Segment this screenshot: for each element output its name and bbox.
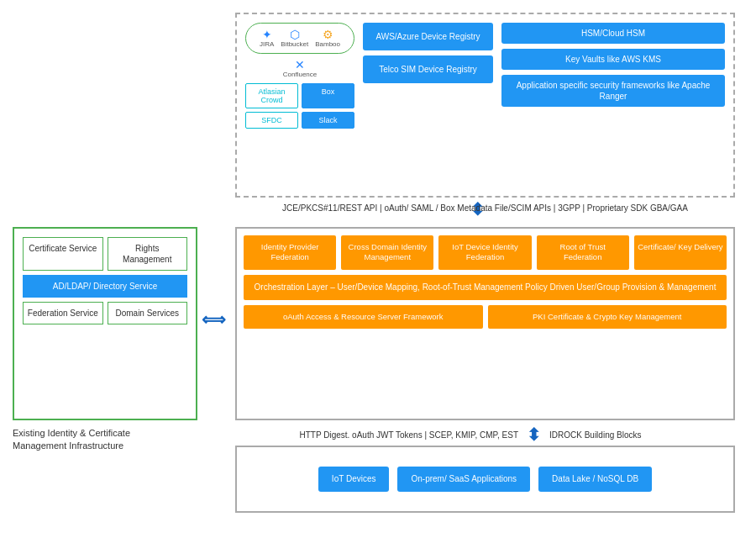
iot-device-fed-cell: IoT Device Identity Federation <box>438 235 531 270</box>
main-federation-box: Identity Provider Federation Cross Domai… <box>235 227 735 420</box>
telco-sim-registry-box: Telco SIM Device Registry <box>363 55 493 83</box>
bitbucket-icon: ⬡ <box>290 29 300 40</box>
key-vaults-box: Key Vaults like AWS KMS <box>501 49 725 70</box>
oauth-row: oAuth Access & Resource Server Framework… <box>244 305 727 329</box>
existing-infra-box: Certificate Service Rights Management AD… <box>13 227 197 420</box>
confluence-icon-box: ✕ Confluence <box>283 59 317 78</box>
atlasian-crowd-cell: Atlasian Crowd <box>245 83 298 108</box>
cert-key-delivery-cell: Certificate/ Key Delivery <box>634 235 727 270</box>
identity-provider-fed-cell: Identity Provider Federation <box>244 235 336 270</box>
domain-services-cell: Domain Services <box>108 302 188 324</box>
existing-infra-label: Existing Identity & CertificateManagemen… <box>13 427 130 453</box>
vertical-arrow-middle: ⬍ <box>527 425 541 445</box>
horizontal-arrow: ⟺ <box>202 309 226 330</box>
certificate-service-cell: Certificate Service <box>23 237 103 271</box>
iot-devices-cell: IoT Devices <box>318 467 390 492</box>
pki-cert-cell: PKI Certificate & Crypto Key Management <box>488 305 727 329</box>
tools-icons: ✦ JIRA ⬡ Bitbucket ⚙ Bamboo <box>245 23 354 54</box>
federation-service-cell: Federation Service <box>23 302 103 324</box>
main-diagram: Certificate Service Rights Management AD… <box>0 0 756 538</box>
oauth-framework-cell: oAuth Access & Resource Server Framework <box>244 305 483 329</box>
hsm-box: HSM/Cloud HSM <box>501 23 725 44</box>
aws-device-registry-box: AWS/Azure Device Registry <box>363 23 493 50</box>
rights-management-cell: Rights Management <box>108 237 188 271</box>
slack-cell: Slack <box>302 112 354 129</box>
http-band: HTTP Digest. oAuth JWT Tokens | SCEP, KM… <box>197 425 743 445</box>
cross-domain-cell: Cross Domain Identity Management <box>341 235 433 270</box>
on-prem-saas-cell: On-prem/ SaaS Applications <box>397 467 530 492</box>
bitbucket-icon-box: ⬡ Bitbucket <box>281 29 308 48</box>
sfdc-cell: SFDC <box>245 112 298 129</box>
federation-row: Identity Provider Federation Cross Domai… <box>244 235 727 270</box>
device-registry-section: AWS/Azure Device Registry Telco SIM Devi… <box>363 23 493 129</box>
bamboo-icon: ⚙ <box>323 29 333 40</box>
tools-section: ✦ JIRA ⬡ Bitbucket ⚙ Bamboo ✕ Co <box>245 23 354 129</box>
top-cloud-box: ✦ JIRA ⬡ Bitbucket ⚙ Bamboo ✕ Co <box>235 13 735 198</box>
jira-icon: ✦ <box>262 29 272 40</box>
root-trust-cell: Root of Trust Federation <box>537 235 629 270</box>
box-cell: Box <box>302 83 354 108</box>
bamboo-icon-box: ⚙ Bamboo <box>315 29 340 48</box>
confluence-icon: ✕ <box>295 59 305 71</box>
data-lake-cell: Data Lake / NoSQL DB <box>538 467 652 492</box>
app-security-box: Application specific security frameworks… <box>501 75 725 107</box>
bottom-devices-box: IoT Devices On-prem/ SaaS Applications D… <box>235 446 735 513</box>
security-section: HSM/Cloud HSM Key Vaults like AWS KMS Ap… <box>501 23 725 129</box>
ad-ldap-cell: AD/LDAP/ Directory Service <box>23 275 187 298</box>
orchestration-row: Orchestration Layer – User/Device Mappin… <box>244 275 727 300</box>
api-band: JCE/PKCS#11/REST API | oAuth/ SAML / Box… <box>235 202 735 214</box>
jira-icon-box: ✦ JIRA <box>260 29 274 48</box>
atlasian-grid: Atlasian Crowd Box SFDC Slack <box>245 83 354 129</box>
